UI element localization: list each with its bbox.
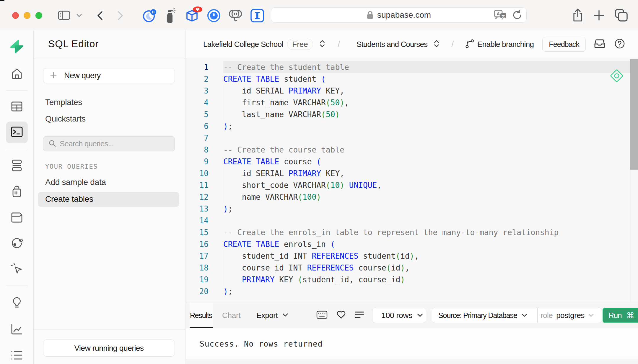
enable-branching-button[interactable]: Enable branching [477,40,534,49]
rail-edge-functions-icon[interactable] [11,237,23,250]
export-menu[interactable]: Export [256,311,278,320]
results-footer-strip [186,359,638,364]
sidebar-item-templates[interactable]: Templates [45,98,82,107]
window-corner-artifact [0,0,4,1]
search-queries-input[interactable]: Search queries... [43,136,175,151]
sql-code-editor[interactable]: 1234567891011121314151617181920 -- Creat… [186,59,638,302]
line-number: 11 [186,179,209,191]
sidebar-footer-divider [34,329,185,329]
project-header: Lakefield College School Free / Students… [186,30,638,58]
pill-divider [537,308,538,323]
instapaper-extension-icon[interactable] [250,9,264,22]
branch-icon [465,39,475,50]
spray-bottle-extension-icon[interactable] [165,8,176,23]
rows-limit-select[interactable]: 100 rows [372,308,426,323]
code-line: last_name VARCHAR(50) [223,109,340,120]
rail-storage-icon[interactable] [11,211,23,224]
cube-heart-extension-icon[interactable] [185,6,203,24]
tab-chart[interactable]: Chart [222,311,241,320]
code-line: ); [223,203,233,215]
line-number: 20 [186,286,209,297]
rail-sql-editor-icon[interactable] [10,125,23,140]
org-select-chevrons-icon[interactable] [319,40,325,49]
format-lines-icon[interactable] [355,311,364,319]
tab-overview-icon[interactable] [614,8,629,22]
back-button[interactable] [97,11,103,20]
source-chevron-down-icon [522,314,527,317]
role-chevron-down-icon [588,314,594,317]
code-line: ); [223,120,233,132]
plus-icon [50,72,57,80]
ai-assistant-button[interactable] [610,69,624,83]
rail-auth-icon[interactable] [12,185,22,199]
line-number: 7 [186,132,209,144]
mammoth-extension-icon[interactable] [229,9,242,22]
rail-home-icon[interactable] [11,68,23,81]
breadcrumb-separator-2: / [451,39,454,49]
moon-pause-extension-icon[interactable] [142,9,157,22]
code-line: student_id INT REFERENCES student(id), [223,250,419,262]
your-queries-label: YOUR QUERIES [45,163,98,170]
project-select-chevrons-icon[interactable] [433,40,440,49]
code-line: -- Create the enrols_in table to represe… [223,227,559,238]
rows-chevron-down-icon [417,314,423,317]
line-number: 8 [186,144,209,156]
indent-guide [224,250,224,286]
line-number: 9 [186,156,209,168]
reload-icon[interactable] [512,10,522,20]
minimize-window-button[interactable] [24,12,30,19]
run-query-button[interactable]: Run ⌘ [603,308,638,323]
code-line: course_id INT REFERENCES course(id), [223,262,410,274]
code-line: id SERIAL PRIMARY KEY, [223,85,344,97]
query-item-create-tables-label: Create tables [45,194,93,204]
keyboard-shortcuts-icon[interactable] [316,311,328,320]
rail-database-icon[interactable] [11,159,23,173]
line-number: 19 [186,274,209,286]
supabase-logo[interactable] [10,40,24,55]
forward-button[interactable] [117,11,124,20]
query-item-add-sample-data[interactable]: Add sample data [45,178,106,187]
close-window-button[interactable] [12,12,19,19]
role-select[interactable]: postgres [556,311,585,320]
rail-realtime-icon[interactable] [11,262,23,276]
project-breadcrumb[interactable]: Students and Courses [357,40,427,49]
rail-advisors-icon[interactable] [12,296,22,311]
new-query-label: New query [64,71,101,80]
browser-chrome: supabase.com A 文 [0,0,638,30]
sidebar-toggle-icon[interactable] [58,11,70,20]
role-label: role [541,311,553,320]
main-content: Lakefield College School Free / Students… [186,30,638,364]
rail-reports-icon[interactable] [11,323,23,336]
inbox-icon[interactable] [594,39,605,50]
onepassword-extension-icon[interactable] [207,9,221,22]
source-role-group: Source: Primary Database role postgres [432,308,602,323]
zoom-window-button[interactable] [35,12,42,19]
favorite-heart-icon[interactable] [336,310,346,320]
line-number: 10 [186,168,209,179]
sql-editor-sidebar: SQL Editor New query Templates Quickstar… [34,30,185,364]
line-number: 3 [186,85,209,97]
view-running-queries-button[interactable]: View running queries [43,340,175,357]
rail-logs-icon[interactable] [11,350,23,361]
editor-scrollbar-thumb[interactable] [630,59,638,170]
sidebar-chevron-down-icon[interactable] [76,14,82,17]
translate-icon[interactable]: A 文 [494,10,507,20]
org-breadcrumb[interactable]: Lakefield College School [203,40,283,49]
source-select[interactable]: Source: Primary Database [438,311,517,320]
sidebar-item-quickstarts[interactable]: Quickstarts [45,114,86,124]
code-line: name VARCHAR(100) [223,191,321,203]
lock-icon [367,11,374,19]
help-icon[interactable] [614,38,625,50]
code-line: -- Create the student table [223,61,349,73]
tab-results[interactable]: Results [190,311,212,320]
feedback-button[interactable]: Feedback [542,37,586,52]
rail-table-editor-icon[interactable] [11,100,23,114]
svg-text:A: A [497,11,500,16]
line-number: 6 [186,120,209,132]
new-tab-icon[interactable] [593,9,605,21]
new-query-button[interactable]: New query [43,68,175,83]
share-icon[interactable] [572,8,584,22]
plan-badge[interactable]: Free [287,39,313,50]
address-bar[interactable]: supabase.com A 文 [271,7,527,23]
line-number: 5 [186,109,209,120]
